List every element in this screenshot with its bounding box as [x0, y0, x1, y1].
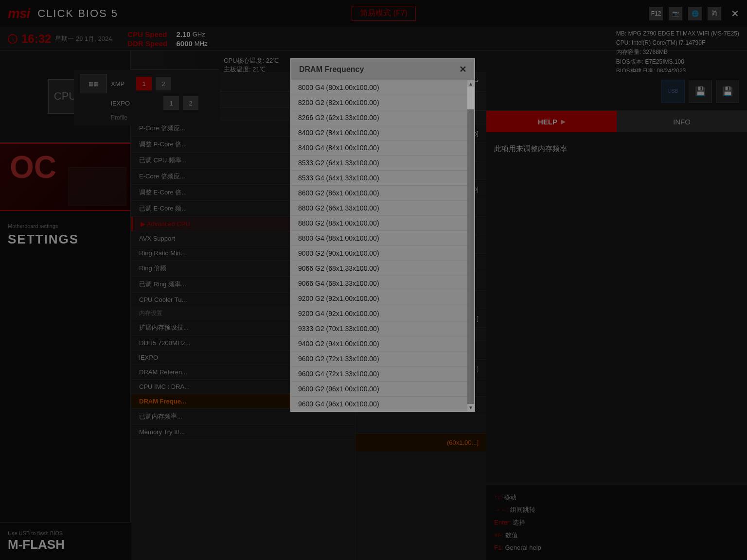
dialog-list-item[interactable]: 9400 G2 (94x1.00x100.00) [291, 336, 467, 351]
dialog-close-button[interactable]: ✕ [459, 64, 466, 75]
dialog-list-item[interactable]: 8400 G2 (84x1.00x100.00) [291, 125, 467, 140]
dialog-title: DRAM Frequency [299, 65, 364, 74]
dram-frequency-dialog: DRAM Frequency ✕ 8000 G4 (80x1.00x100.00… [290, 58, 475, 412]
dialog-list-container: 8000 G4 (80x1.00x100.00)8200 G2 (82x1.00… [291, 80, 474, 411]
dialog-list-item[interactable]: 8800 G2 (66x1.33x100.00) [291, 201, 467, 216]
dialog-list-item[interactable]: 8600 G2 (86x1.00x100.00) [291, 186, 467, 201]
scroll-up-arrow[interactable]: ▲ [467, 80, 474, 87]
dialog-item-list[interactable]: 8000 G4 (80x1.00x100.00)8200 G2 (82x1.00… [291, 80, 474, 411]
dialog-list-item[interactable]: 9200 G4 (92x1.00x100.00) [291, 306, 467, 321]
dialog-list-item[interactable]: 9066 G4 (68x1.33x100.00) [291, 276, 467, 291]
dialog-overlay: DRAM Frequency ✕ 8000 G4 (80x1.00x100.00… [0, 0, 747, 560]
dialog-list-item[interactable]: 8800 G2 (88x1.00x100.00) [291, 216, 467, 231]
dialog-list-item[interactable]: 8266 G2 (62x1.33x100.00) [291, 110, 467, 125]
scroll-down-arrow[interactable]: ▼ [467, 404, 474, 411]
dialog-list-item[interactable]: 9600 G4 (96x1.00x100.00) [291, 397, 467, 411]
dialog-header: DRAM Frequency ✕ [291, 59, 474, 80]
dialog-list-item[interactable]: 8533 G4 (64x1.33x100.00) [291, 171, 467, 186]
dialog-list-item[interactable]: 9600 G2 (96x1.00x100.00) [291, 382, 467, 397]
dialog-list-item[interactable]: 9200 G2 (92x1.00x100.00) [291, 291, 467, 306]
dialog-list-item[interactable]: 9000 G2 (90x1.00x100.00) [291, 246, 467, 261]
dialog-list-item[interactable]: 8800 G4 (88x1.00x100.00) [291, 231, 467, 246]
dialog-list-item[interactable]: 9600 G4 (72x1.33x100.00) [291, 367, 467, 382]
dialog-list-item[interactable]: 9333 G2 (70x1.33x100.00) [291, 321, 467, 336]
dialog-list-item[interactable]: 9600 G2 (72x1.33x100.00) [291, 351, 467, 367]
dialog-list-item[interactable]: 8200 G2 (82x1.00x100.00) [291, 95, 467, 110]
dialog-list-item[interactable]: 8533 G2 (64x1.33x100.00) [291, 156, 467, 171]
dialog-scrollbar[interactable]: ▲ ▼ [467, 80, 474, 411]
dialog-list-item[interactable]: 8000 G4 (80x1.00x100.00) [291, 80, 467, 95]
dialog-list-item[interactable]: 8400 G4 (84x1.00x100.00) [291, 140, 467, 156]
dialog-list-item[interactable]: 9066 G2 (68x1.33x100.00) [291, 261, 467, 276]
